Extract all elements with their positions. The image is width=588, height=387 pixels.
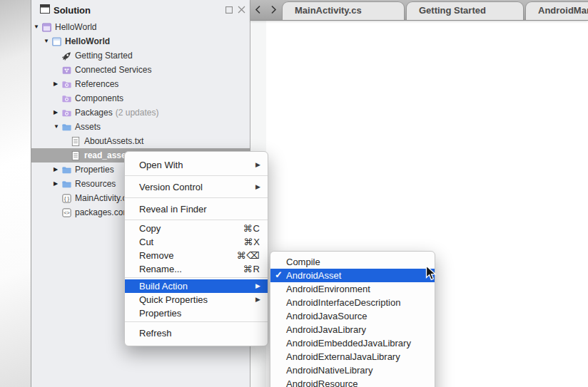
- solution-pad-header: Solution: [31, 0, 250, 20]
- submenu-item-label: AndroidJavaSource: [286, 311, 367, 321]
- solution-icon: [41, 22, 54, 33]
- folder-icon: [61, 122, 74, 133]
- menu-item-label: Version Control: [139, 182, 203, 192]
- menu-item-shortcut: ⌘R: [243, 264, 260, 274]
- submenu-item-label: AndroidNativeLibrary: [286, 365, 372, 376]
- tree-item-label: MainActivity.cs: [74, 193, 131, 203]
- submenu-item-androidresource[interactable]: AndroidResource: [270, 377, 435, 387]
- disclosure-triangle[interactable]: ▼: [44, 38, 51, 44]
- tree-item-assets[interactable]: ▼Assets: [31, 120, 250, 134]
- connected-services-icon: [61, 65, 74, 76]
- tree-item-label: Properties: [74, 165, 114, 175]
- menu-item-label: Reveal in Finder: [139, 204, 207, 215]
- tree-item-connected-services[interactable]: Connected Services: [31, 63, 250, 77]
- submenu-item-androidembeddedjavalibrary[interactable]: AndroidEmbeddedJavaLibrary: [270, 336, 435, 350]
- context-menu: Open With▶Version Control▶Reveal in Find…: [124, 151, 268, 346]
- solution-pad-icon: [40, 4, 50, 16]
- tree-item-label: Components: [74, 93, 123, 103]
- project-icon: [51, 36, 64, 47]
- tree-item-badge: (2 updates): [116, 108, 159, 118]
- tree-item-getting-started[interactable]: Getting Started: [31, 48, 250, 63]
- source-file-icon: { }: [61, 193, 74, 204]
- tree-item-label: HelloWorld: [54, 22, 96, 32]
- disclosure-triangle[interactable]: ▼: [54, 124, 61, 130]
- tree-item-helloworld[interactable]: ▼HelloWorld: [31, 34, 250, 48]
- tree-item-label: Getting Started: [74, 51, 133, 61]
- tree-item-aboutassets-txt[interactable]: AboutAssets.txt: [31, 134, 250, 148]
- menu-item-label: Remove: [139, 250, 173, 261]
- svg-text:<>: <>: [64, 210, 69, 215]
- submenu-item-label: AndroidResource: [286, 378, 358, 387]
- menu-separator: [125, 175, 268, 176]
- tab-label: Getting Started: [407, 2, 523, 19]
- menu-item-label: Copy: [139, 223, 161, 234]
- svg-text:{ }: { }: [64, 195, 70, 202]
- menu-item-build-action[interactable]: Build Action▶: [125, 279, 268, 293]
- menu-separator: [125, 277, 268, 278]
- submenu-item-label: AndroidJavaLibrary: [286, 324, 366, 335]
- menu-separator: [125, 220, 268, 220]
- submenu-item-label: AndroidExternalJavaLibrary: [286, 351, 400, 362]
- tree-item-components[interactable]: Components: [31, 91, 250, 105]
- submenu-item-compile[interactable]: Compile: [270, 255, 435, 269]
- panel-title: Solution: [54, 5, 91, 16]
- menu-item-properties[interactable]: Properties: [125, 306, 268, 320]
- menu-item-remove[interactable]: Remove⌘⌫: [125, 249, 268, 262]
- tab-label: AndroidManifest.xml: [526, 2, 588, 19]
- menu-separator: [125, 321, 268, 322]
- navigate-forward-button[interactable]: [270, 5, 279, 15]
- tree-item-label: HelloWorld: [64, 36, 110, 46]
- tab-label: MainActivity.cs: [283, 2, 404, 19]
- tree-item-label: Connected Services: [74, 65, 151, 75]
- submenu-item-label: AndroidInterfaceDescription: [286, 297, 400, 308]
- menu-item-rename[interactable]: Rename...⌘R: [125, 262, 268, 276]
- menu-item-refresh[interactable]: Refresh: [125, 324, 268, 342]
- document-icon: [71, 150, 83, 161]
- menu-item-open-with[interactable]: Open With▶: [125, 155, 268, 174]
- submenu-item-androidnativelibrary[interactable]: AndroidNativeLibrary: [270, 363, 435, 377]
- disclosure-triangle[interactable]: ▶: [54, 181, 61, 187]
- menu-item-shortcut: ⌘C: [243, 223, 260, 234]
- tree-item-references[interactable]: ▶References: [31, 77, 250, 91]
- submenu-item-androidjavasource[interactable]: AndroidJavaSource: [270, 309, 435, 323]
- submenu-item-androidinterfacedescription[interactable]: AndroidInterfaceDescription: [270, 296, 435, 309]
- tree-item-label: Resources: [74, 179, 116, 189]
- disclosure-triangle[interactable]: ▶: [54, 167, 61, 172]
- submenu-item-label: AndroidEnvironment: [286, 284, 370, 294]
- navigate-back-button[interactable]: [255, 5, 263, 15]
- tab-androidmanifest-xml[interactable]: AndroidManifest.xml: [525, 1, 588, 20]
- submenu-arrow-icon: ▶: [255, 184, 260, 190]
- close-pad-icon[interactable]: [238, 4, 245, 16]
- menu-item-label: Refresh: [139, 328, 172, 339]
- submenu-arrow-icon: ▶: [255, 296, 260, 303]
- menu-item-label: Quick Properties: [139, 294, 208, 305]
- folder-icon: [61, 165, 74, 175]
- background-window-strip: [0, 0, 31, 387]
- menu-separator: [125, 197, 268, 198]
- menu-item-quick-properties[interactable]: Quick Properties▶: [125, 293, 268, 306]
- submenu-item-androidenvironment[interactable]: AndroidEnvironment: [270, 282, 435, 296]
- menu-item-copy[interactable]: Copy⌘C: [125, 222, 268, 235]
- disclosure-triangle[interactable]: ▶: [54, 110, 61, 115]
- tab-mainactivity-cs[interactable]: MainActivity.cs: [282, 1, 405, 20]
- disclosure-triangle[interactable]: ▶: [54, 81, 61, 87]
- menu-item-cut[interactable]: Cut⌘X: [125, 235, 268, 249]
- folder-icon: [61, 93, 74, 104]
- menu-item-shortcut: ⌘⌫: [237, 250, 260, 261]
- dock-pad-icon[interactable]: [225, 4, 233, 16]
- disclosure-triangle[interactable]: ▼: [34, 24, 41, 30]
- config-file-icon: <>: [61, 207, 74, 218]
- rocket-icon: [61, 51, 74, 61]
- menu-item-label: Properties: [139, 308, 181, 319]
- menu-item-reveal-in-finder[interactable]: Reveal in Finder: [125, 200, 268, 218]
- folder-icon: [61, 108, 74, 118]
- submenu-item-androidasset[interactable]: ✓AndroidAsset: [270, 269, 435, 282]
- submenu-item-label: AndroidAsset: [286, 270, 341, 281]
- submenu-arrow-icon: ▶: [255, 162, 260, 168]
- menu-item-version-control[interactable]: Version Control▶: [125, 177, 268, 196]
- tree-item-packages[interactable]: ▶Packages(2 updates): [31, 105, 250, 120]
- tab-getting-started[interactable]: Getting Started: [406, 1, 524, 20]
- submenu-item-androidexternaljavalibrary[interactable]: AndroidExternalJavaLibrary: [270, 350, 435, 363]
- tree-item-helloworld[interactable]: ▼HelloWorld: [31, 20, 250, 34]
- submenu-item-androidjavalibrary[interactable]: AndroidJavaLibrary: [270, 323, 435, 336]
